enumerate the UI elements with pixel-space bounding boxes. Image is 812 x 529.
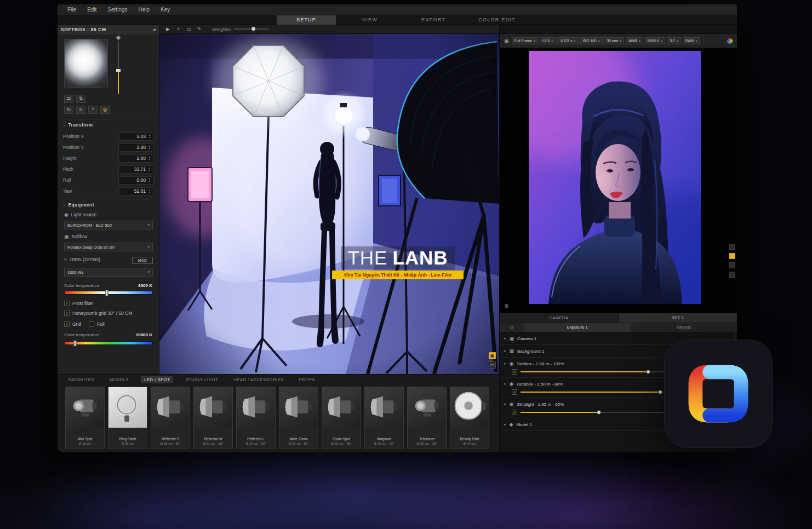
tab-view[interactable]: VIEW bbox=[340, 15, 399, 25]
filter-tab-objects[interactable]: Objects bbox=[631, 323, 737, 332]
pan-icon[interactable]: ⊕ bbox=[504, 303, 508, 309]
view-tab-camera[interactable]: CAMERA bbox=[500, 313, 618, 323]
collapse-panel-icon[interactable]: ◂ bbox=[153, 27, 156, 32]
light-icon[interactable] bbox=[729, 253, 735, 259]
angle-button[interactable]: ^ bbox=[88, 106, 98, 114]
camera-setting-chip-f-8-0[interactable]: f 8.0▾ bbox=[540, 37, 556, 44]
library-tab-studio-light[interactable]: STUDIO LIGHT bbox=[182, 376, 221, 383]
slider-handle[interactable] bbox=[646, 370, 650, 374]
pitch-field[interactable]: 33.71▴▾ bbox=[118, 165, 153, 174]
gear-icon[interactable] bbox=[729, 272, 735, 278]
filter-tab-o[interactable]: O bbox=[500, 323, 524, 332]
library-item-reflector-l[interactable]: Reflector LØ 24 cm · 50° bbox=[236, 387, 276, 449]
camera-setting-chip-3-2[interactable]: 3:2▾ bbox=[667, 37, 681, 44]
snap-button[interactable]: S bbox=[76, 106, 85, 114]
step-down-icon[interactable]: ▾ bbox=[147, 158, 152, 161]
note-icon[interactable] bbox=[729, 262, 735, 268]
scene-3d[interactable]: THE LANB Kho Tài Nguyên Thiết Kế - Nhiếp… bbox=[159, 34, 499, 374]
frame-view-button[interactable]: ▭ bbox=[489, 361, 496, 369]
menu-item-key[interactable]: Key bbox=[155, 5, 175, 14]
camera-view-button[interactable]: ▣ bbox=[489, 352, 496, 359]
step-down-icon[interactable]: ▾ bbox=[147, 136, 152, 139]
gel-color-slider[interactable] bbox=[64, 341, 153, 345]
camera-setting-chip-1-125-s[interactable]: 1/125 s▾ bbox=[557, 37, 578, 44]
stepper-arrows[interactable]: ▴▾ bbox=[147, 155, 152, 162]
expand-caret-icon[interactable]: ▸ bbox=[504, 382, 506, 386]
light-source-dropdown[interactable]: ELINCHROM - ELC 500 ▾ bbox=[64, 221, 153, 229]
library-item-mini-spot[interactable]: Mini SpotØ 15 cm bbox=[65, 387, 105, 449]
tab-setup[interactable]: SETUP bbox=[277, 15, 336, 25]
cursor-tool-icon[interactable]: ▶ bbox=[164, 26, 172, 32]
camera-setting-chip-iso-100[interactable]: ISO 100▾ bbox=[580, 37, 603, 44]
step-down-icon[interactable]: ▾ bbox=[147, 147, 152, 150]
pen-tool-icon[interactable]: ✎ bbox=[195, 26, 203, 32]
view-tab-set-1[interactable]: SET 1 bbox=[619, 313, 737, 323]
straighten-slider[interactable] bbox=[234, 28, 269, 30]
rotate-button[interactable]: ↻ bbox=[64, 106, 73, 114]
checkbox-full[interactable]: Full bbox=[89, 321, 105, 327]
library-tab-props[interactable]: PROPS bbox=[296, 376, 318, 383]
camera-setting-chip-full-frame[interactable]: Full Frame▾ bbox=[512, 37, 539, 44]
menu-item-help[interactable]: Help bbox=[133, 5, 156, 14]
power-dropdown[interactable]: 1000 Ws ▾ bbox=[64, 268, 153, 277]
expand-caret-icon[interactable]: ▸ bbox=[504, 422, 506, 427]
straighten-handle[interactable] bbox=[251, 27, 255, 31]
camera-setting-chip-5600-k[interactable]: 5600 K▾ bbox=[645, 37, 666, 44]
tab-color-edit[interactable]: COLOR EDIT bbox=[467, 15, 527, 25]
slider-handle[interactable] bbox=[116, 68, 121, 72]
library-item-telezoom[interactable]: TelezoomØ 26 cm · 30° bbox=[407, 387, 447, 449]
roll-field[interactable]: 0.00▴▾ bbox=[118, 176, 153, 185]
library-tab-models[interactable]: MODELS bbox=[106, 376, 132, 383]
expand-caret-icon[interactable]: ▸ bbox=[504, 336, 506, 341]
checkbox-icon[interactable]: ✓ bbox=[64, 321, 70, 327]
stepper-arrows[interactable]: ▴▾ bbox=[147, 166, 152, 173]
visibility-toggle[interactable]: ✓ bbox=[512, 369, 517, 375]
checkbox-icon[interactable] bbox=[89, 321, 94, 327]
yaw-field[interactable]: 52.01▴▾ bbox=[118, 187, 153, 196]
checkbox-icon[interactable]: ✓ bbox=[64, 311, 70, 316]
stepper-arrows[interactable]: ▴▾ bbox=[147, 144, 152, 151]
height-field[interactable]: 2.00▴▾ bbox=[118, 154, 153, 163]
target-button[interactable]: ◎ bbox=[100, 106, 110, 114]
checkbox-icon[interactable]: ✓ bbox=[64, 301, 70, 306]
frame-tool-icon[interactable]: ▭ bbox=[185, 26, 193, 32]
camera-setting-chip-35-mm[interactable]: 35 mm▾ bbox=[604, 37, 625, 44]
position-y-field[interactable]: 2.88▴▾ bbox=[118, 143, 153, 152]
checkbox-honeycomb-grid-30-50-cm[interactable]: ✓Honeycomb grid 30° / 50 CM bbox=[64, 311, 132, 316]
position-x-field[interactable]: 5.03▴▾ bbox=[118, 133, 153, 141]
intensity-slider[interactable] bbox=[116, 41, 122, 94]
expand-caret-icon[interactable]: ▸ bbox=[504, 361, 506, 366]
color-profile-icon[interactable] bbox=[727, 38, 733, 44]
step-down-icon[interactable]: ▾ bbox=[147, 169, 152, 172]
library-tab-favorites[interactable]: FAVORITES bbox=[65, 376, 98, 383]
menu-item-settings[interactable]: Settings bbox=[102, 5, 133, 14]
stepper-arrows[interactable]: ▴▾ bbox=[147, 188, 152, 195]
visibility-toggle[interactable]: ✓ bbox=[512, 389, 517, 395]
color-temp-slider[interactable] bbox=[64, 291, 153, 295]
library-item-wide-zoom[interactable]: Wide ZoomØ 30 cm · 80° bbox=[279, 387, 318, 449]
stepper-arrows[interactable]: ▴▾ bbox=[147, 133, 152, 140]
checkbox-frost-filter[interactable]: ✓Frost filter bbox=[64, 301, 93, 306]
step-down-icon[interactable]: ▾ bbox=[147, 180, 152, 183]
library-item-reflector-s[interactable]: Reflector SØ 18 cm · 65° bbox=[151, 387, 190, 449]
slider-handle[interactable] bbox=[105, 290, 108, 296]
visibility-toggle[interactable]: ✓ bbox=[512, 410, 517, 415]
slider-handle[interactable] bbox=[658, 390, 662, 394]
pan-tool-icon[interactable]: + bbox=[174, 26, 182, 32]
mod-button[interactable]: MOD bbox=[132, 257, 153, 264]
camera-setting-chip-raw[interactable]: RAW▾ bbox=[683, 37, 700, 44]
library-item-beauty-dish[interactable]: Beauty DishØ 44 cm bbox=[450, 387, 489, 449]
slider-handle[interactable] bbox=[74, 340, 77, 347]
menu-item-edit[interactable]: Edit bbox=[82, 5, 102, 14]
tab-export[interactable]: EXPORT bbox=[404, 15, 463, 25]
library-tab-head-accessories[interactable]: HEAD / ACCESSORIES bbox=[230, 376, 287, 383]
library-tab-led-spot[interactable]: LED / SPOT bbox=[141, 376, 173, 383]
library-item-reflector-m[interactable]: Reflector MØ 21 cm · 55° bbox=[193, 387, 233, 449]
flip-horizontal-button[interactable]: ⇄ bbox=[64, 95, 73, 103]
camera-setting-chip-awb[interactable]: AWB▾ bbox=[626, 37, 643, 44]
expand-caret-icon[interactable]: ▸ bbox=[504, 349, 506, 353]
panel-icon[interactable] bbox=[729, 244, 735, 250]
library-item-zoom-spot[interactable]: Zoom SpotØ 25 cm · 45° bbox=[322, 387, 361, 449]
expand-caret-icon[interactable]: ▸ bbox=[504, 402, 506, 406]
modifier-dropdown[interactable]: Rotalux Deep Octa 85 cm ▾ bbox=[64, 243, 153, 251]
